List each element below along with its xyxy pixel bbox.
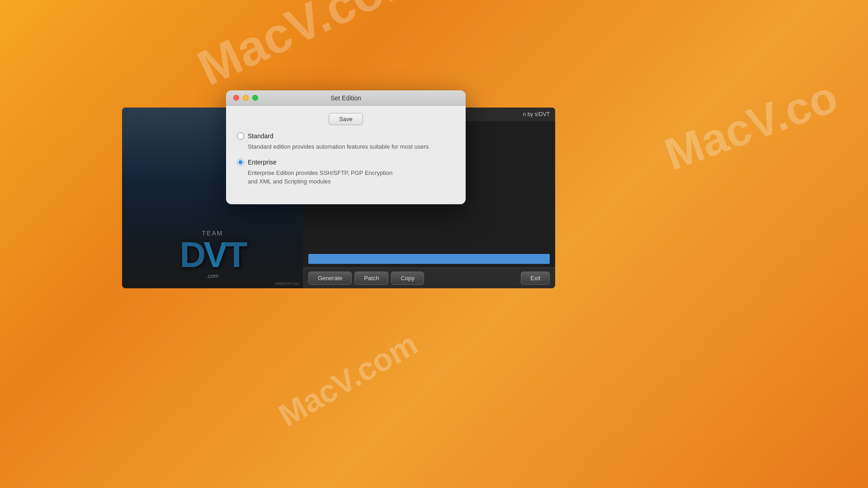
desktop: MacV.com MacV.co MacV.com TEAM DVT .com …	[0, 0, 868, 488]
patch-button[interactable]: Patch	[354, 272, 388, 285]
standard-option-row: Standard	[237, 132, 455, 140]
maximize-button[interactable]	[252, 95, 258, 101]
watermark-small: KRBViTY:DC	[275, 282, 299, 286]
standard-label[interactable]: Standard	[248, 132, 274, 140]
close-button[interactable]	[233, 95, 239, 101]
enterprise-label[interactable]: Enterprise	[248, 159, 277, 166]
dialog-body: Save Standard Standard edition provides …	[226, 106, 466, 204]
standard-description: Standard edition provides automation fea…	[248, 142, 455, 151]
progress-bar	[308, 254, 550, 264]
generate-button[interactable]: Generate	[308, 272, 352, 285]
watermark-1: MacV.com	[189, 0, 432, 97]
button-bar: Generate Patch Copy Exit	[303, 267, 555, 288]
set-edition-dialog: Set Edition Save Standard Standard editi…	[226, 90, 466, 204]
dialog-titlebar: Set Edition	[226, 90, 466, 106]
save-button[interactable]: Save	[329, 113, 363, 125]
copy-button[interactable]: Copy	[391, 272, 424, 285]
save-button-row: Save	[237, 113, 455, 125]
enterprise-radio[interactable]	[237, 159, 244, 166]
traffic-lights	[233, 95, 258, 101]
minimize-button[interactable]	[243, 95, 249, 101]
enterprise-option-row: Enterprise	[237, 159, 455, 166]
standard-radio[interactable]	[237, 132, 244, 140]
enterprise-description: Enterprise Edition provides SSH/SFTP, PG…	[248, 169, 455, 186]
exit-button[interactable]: Exit	[521, 272, 550, 285]
watermark-3: MacV.com	[273, 325, 424, 433]
watermark-2: MacV.co	[658, 70, 844, 181]
dvt-logo-area: TEAM DVT .com	[179, 230, 245, 279]
progress-bar-container	[303, 250, 555, 267]
dialog-title: Set Edition	[330, 94, 361, 102]
dvt-text: DVT	[179, 237, 245, 273]
